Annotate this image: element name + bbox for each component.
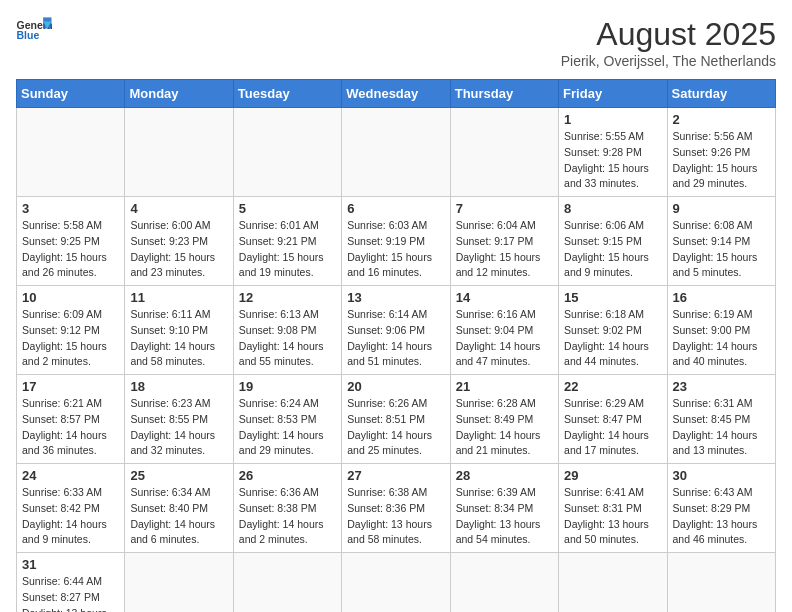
days-of-week-row: SundayMondayTuesdayWednesdayThursdayFrid… [17,80,776,108]
day-cell: 18Sunrise: 6:23 AM Sunset: 8:55 PM Dayli… [125,375,233,464]
day-info: Sunrise: 6:44 AM Sunset: 8:27 PM Dayligh… [22,574,119,612]
day-cell [233,108,341,197]
day-number: 3 [22,201,119,216]
week-row-1: 1Sunrise: 5:55 AM Sunset: 9:28 PM Daylig… [17,108,776,197]
day-number: 8 [564,201,661,216]
day-cell: 7Sunrise: 6:04 AM Sunset: 9:17 PM Daylig… [450,197,558,286]
logo-icon: General Blue [16,16,52,44]
day-number: 30 [673,468,770,483]
day-cell [125,553,233,613]
day-number: 15 [564,290,661,305]
day-number: 18 [130,379,227,394]
day-number: 6 [347,201,444,216]
day-info: Sunrise: 6:41 AM Sunset: 8:31 PM Dayligh… [564,485,661,548]
day-info: Sunrise: 6:39 AM Sunset: 8:34 PM Dayligh… [456,485,553,548]
day-info: Sunrise: 6:03 AM Sunset: 9:19 PM Dayligh… [347,218,444,281]
day-cell: 1Sunrise: 5:55 AM Sunset: 9:28 PM Daylig… [559,108,667,197]
day-number: 1 [564,112,661,127]
day-number: 13 [347,290,444,305]
day-number: 17 [22,379,119,394]
svg-text:Blue: Blue [17,29,40,41]
day-number: 10 [22,290,119,305]
day-number: 7 [456,201,553,216]
day-cell: 9Sunrise: 6:08 AM Sunset: 9:14 PM Daylig… [667,197,775,286]
location-subtitle: Pierik, Overijssel, The Netherlands [561,53,776,69]
day-info: Sunrise: 5:55 AM Sunset: 9:28 PM Dayligh… [564,129,661,192]
day-cell: 2Sunrise: 5:56 AM Sunset: 9:26 PM Daylig… [667,108,775,197]
day-cell [667,553,775,613]
day-cell: 30Sunrise: 6:43 AM Sunset: 8:29 PM Dayli… [667,464,775,553]
day-info: Sunrise: 5:58 AM Sunset: 9:25 PM Dayligh… [22,218,119,281]
day-number: 9 [673,201,770,216]
logo: General Blue [16,16,52,44]
day-cell: 5Sunrise: 6:01 AM Sunset: 9:21 PM Daylig… [233,197,341,286]
day-cell: 21Sunrise: 6:28 AM Sunset: 8:49 PM Dayli… [450,375,558,464]
day-info: Sunrise: 6:09 AM Sunset: 9:12 PM Dayligh… [22,307,119,370]
week-row-5: 24Sunrise: 6:33 AM Sunset: 8:42 PM Dayli… [17,464,776,553]
day-cell: 11Sunrise: 6:11 AM Sunset: 9:10 PM Dayli… [125,286,233,375]
day-info: Sunrise: 5:56 AM Sunset: 9:26 PM Dayligh… [673,129,770,192]
day-info: Sunrise: 6:00 AM Sunset: 9:23 PM Dayligh… [130,218,227,281]
day-info: Sunrise: 6:04 AM Sunset: 9:17 PM Dayligh… [456,218,553,281]
day-info: Sunrise: 6:08 AM Sunset: 9:14 PM Dayligh… [673,218,770,281]
day-cell: 26Sunrise: 6:36 AM Sunset: 8:38 PM Dayli… [233,464,341,553]
day-number: 24 [22,468,119,483]
day-cell: 8Sunrise: 6:06 AM Sunset: 9:15 PM Daylig… [559,197,667,286]
day-info: Sunrise: 6:06 AM Sunset: 9:15 PM Dayligh… [564,218,661,281]
week-row-6: 31Sunrise: 6:44 AM Sunset: 8:27 PM Dayli… [17,553,776,613]
week-row-2: 3Sunrise: 5:58 AM Sunset: 9:25 PM Daylig… [17,197,776,286]
day-number: 27 [347,468,444,483]
day-number: 26 [239,468,336,483]
day-number: 4 [130,201,227,216]
day-number: 28 [456,468,553,483]
col-header-tuesday: Tuesday [233,80,341,108]
day-cell: 19Sunrise: 6:24 AM Sunset: 8:53 PM Dayli… [233,375,341,464]
day-cell: 20Sunrise: 6:26 AM Sunset: 8:51 PM Dayli… [342,375,450,464]
day-cell [233,553,341,613]
day-info: Sunrise: 6:34 AM Sunset: 8:40 PM Dayligh… [130,485,227,548]
title-area: August 2025 Pierik, Overijssel, The Neth… [561,16,776,69]
day-number: 25 [130,468,227,483]
day-cell: 6Sunrise: 6:03 AM Sunset: 9:19 PM Daylig… [342,197,450,286]
day-info: Sunrise: 6:19 AM Sunset: 9:00 PM Dayligh… [673,307,770,370]
calendar-table: SundayMondayTuesdayWednesdayThursdayFrid… [16,79,776,612]
day-number: 14 [456,290,553,305]
day-number: 19 [239,379,336,394]
day-cell: 27Sunrise: 6:38 AM Sunset: 8:36 PM Dayli… [342,464,450,553]
day-info: Sunrise: 6:28 AM Sunset: 8:49 PM Dayligh… [456,396,553,459]
day-number: 29 [564,468,661,483]
col-header-thursday: Thursday [450,80,558,108]
day-number: 2 [673,112,770,127]
day-cell: 28Sunrise: 6:39 AM Sunset: 8:34 PM Dayli… [450,464,558,553]
day-cell: 14Sunrise: 6:16 AM Sunset: 9:04 PM Dayli… [450,286,558,375]
day-cell: 10Sunrise: 6:09 AM Sunset: 9:12 PM Dayli… [17,286,125,375]
day-info: Sunrise: 6:18 AM Sunset: 9:02 PM Dayligh… [564,307,661,370]
day-cell: 25Sunrise: 6:34 AM Sunset: 8:40 PM Dayli… [125,464,233,553]
day-info: Sunrise: 6:38 AM Sunset: 8:36 PM Dayligh… [347,485,444,548]
day-cell: 17Sunrise: 6:21 AM Sunset: 8:57 PM Dayli… [17,375,125,464]
day-number: 11 [130,290,227,305]
day-number: 23 [673,379,770,394]
day-cell: 16Sunrise: 6:19 AM Sunset: 9:00 PM Dayli… [667,286,775,375]
day-cell [559,553,667,613]
day-info: Sunrise: 6:13 AM Sunset: 9:08 PM Dayligh… [239,307,336,370]
col-header-friday: Friday [559,80,667,108]
day-number: 20 [347,379,444,394]
day-info: Sunrise: 6:23 AM Sunset: 8:55 PM Dayligh… [130,396,227,459]
col-header-wednesday: Wednesday [342,80,450,108]
col-header-monday: Monday [125,80,233,108]
day-info: Sunrise: 6:24 AM Sunset: 8:53 PM Dayligh… [239,396,336,459]
day-cell: 29Sunrise: 6:41 AM Sunset: 8:31 PM Dayli… [559,464,667,553]
col-header-sunday: Sunday [17,80,125,108]
day-cell: 23Sunrise: 6:31 AM Sunset: 8:45 PM Dayli… [667,375,775,464]
col-header-saturday: Saturday [667,80,775,108]
day-info: Sunrise: 6:14 AM Sunset: 9:06 PM Dayligh… [347,307,444,370]
day-cell [342,108,450,197]
day-info: Sunrise: 6:43 AM Sunset: 8:29 PM Dayligh… [673,485,770,548]
day-cell [342,553,450,613]
day-cell [125,108,233,197]
day-info: Sunrise: 6:11 AM Sunset: 9:10 PM Dayligh… [130,307,227,370]
day-cell: 12Sunrise: 6:13 AM Sunset: 9:08 PM Dayli… [233,286,341,375]
day-info: Sunrise: 6:33 AM Sunset: 8:42 PM Dayligh… [22,485,119,548]
calendar-header: General Blue August 2025 Pierik, Overijs… [16,16,776,69]
